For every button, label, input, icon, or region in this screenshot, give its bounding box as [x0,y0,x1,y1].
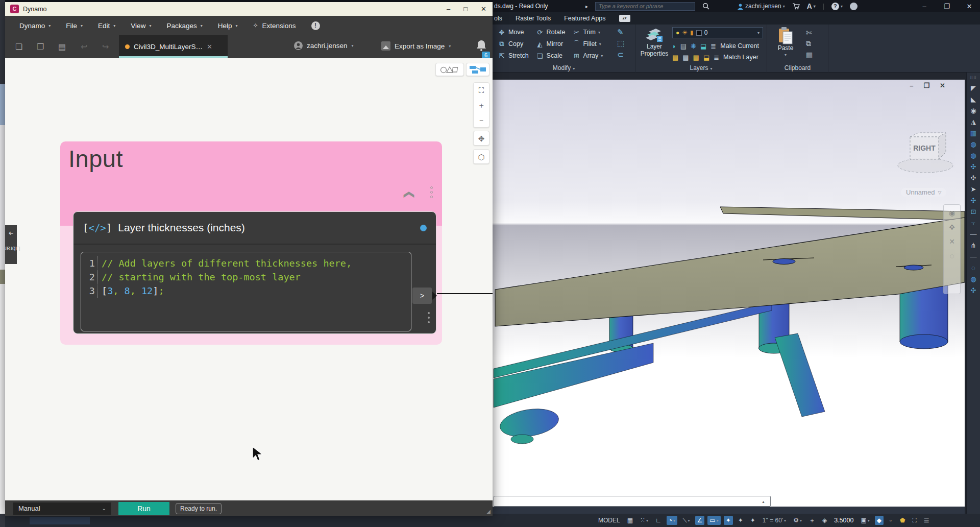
cut-icon[interactable]: ✄ [806,29,813,37]
tab-close-icon[interactable]: ✕ [207,43,212,51]
ribbon-tab-raster-tools[interactable]: Raster Tools [516,15,551,22]
annotation-monitor-icon[interactable]: ＋ [807,515,817,526]
palette-tool-icon[interactable]: ✣ [971,287,976,294]
group-context-menu-icon[interactable] [430,186,433,198]
grid-display-icon[interactable]: ▦ [625,516,635,525]
menu-packages[interactable]: Packages▾ [166,22,202,30]
code-block-node[interactable]: [</>] Layer thicknesses (inches) 1// Add… [73,211,436,334]
dynamic-input-icon[interactable]: ▭▾ [707,516,720,525]
resize-grip[interactable]: ◢ [486,509,491,514]
menu-extensions[interactable]: ✧ Extensions [253,22,296,30]
open-folder-icon[interactable]: ❐ [37,42,44,52]
node-output-port[interactable]: > [412,288,432,304]
explode-icon[interactable]: ⬚ [617,39,624,48]
health-dashboard-icon[interactable] [850,3,857,10]
snap-mode-icon[interactable]: ⁙▾ [638,516,650,525]
pan-button[interactable]: ✥ [473,131,489,146]
palette-tool-icon[interactable]: ⊡ [971,208,976,215]
nav-tool-icon[interactable]: ✥ [949,223,955,231]
drawing-viewport[interactable]: – ❐ ✕ RIGHT Unnamed▽ [493,80,965,514]
polar-tracking-icon[interactable]: ◔▾ [667,516,677,525]
palette-tool-icon[interactable]: ◣ [971,96,976,103]
orbit-button[interactable]: ⬡ [473,149,489,164]
palette-tool-icon[interactable]: ✣ [971,197,976,204]
notifications-alert-icon[interactable]: ! [311,21,320,30]
palette-tool-icon[interactable]: ✣ [971,163,976,170]
undo-icon[interactable]: ↩ [81,42,87,52]
signin-user[interactable]: zachri.jensen▾ [737,3,785,10]
expand-search-icon[interactable]: ▸ [585,4,588,9]
move-button[interactable]: ✥Move [498,27,529,37]
trim-button[interactable]: ✂Trim▾ [572,27,603,37]
run-button[interactable]: Run [118,502,169,515]
redo-icon[interactable]: ↪ [102,42,109,52]
elevation-value[interactable]: 3.5000 [832,516,855,525]
annotation-visibility-icon[interactable]: ✦ [724,516,733,525]
mirror-button[interactable]: ◭Mirror [536,39,566,49]
code-line[interactable]: 3[3, 8, 12]; [84,284,411,298]
nav-tool-icon[interactable]: ◉ [949,209,955,217]
acad-restore-button[interactable]: ❐ [939,3,954,10]
graphics-performance-icon[interactable]: ⬟ [898,516,907,525]
erase-icon[interactable]: ✎ [617,28,624,37]
layer-tool-icon[interactable]: ⬓ [703,54,709,61]
model-space-toggle[interactable]: MODEL [596,516,622,525]
help-icon[interactable]: ? ▾ [831,3,843,10]
layer-tool-icon[interactable]: ▤ [680,42,687,50]
code-line[interactable]: 2// starting with the top-most layer [84,270,411,284]
export-as-image-button[interactable]: Export as Image▾ [381,41,451,51]
node-context-menu-icon[interactable] [428,312,430,323]
group-collapse-chevron-icon[interactable]: ❯ [402,190,414,199]
geometry-view-toggle[interactable] [435,63,464,76]
palette-tool-icon[interactable]: ◮ [971,118,976,125]
paste-special-icon[interactable]: ▦ [806,51,813,59]
rotate-button[interactable]: ⟳Rotate [536,27,566,37]
menu-edit[interactable]: Edit▾ [98,22,115,30]
navigation-bar[interactable]: ◉✥✕◌ [943,204,961,294]
selection-cycling-icon[interactable]: ◆ [875,516,884,525]
palette-grip[interactable]: ⠿⠿ [970,76,977,80]
zoom-fit-button[interactable]: ⛶ [474,83,489,98]
make-current-button[interactable]: Make Current [720,42,759,50]
search-icon[interactable] [702,3,709,10]
quick-properties-icon[interactable]: ▣▾ [859,516,871,525]
layer-tool-icon[interactable]: ▤ [672,54,678,61]
dynamo-user-menu[interactable]: zachri.jensen▾ [294,41,354,50]
acad-minimize-button[interactable]: – [917,3,932,10]
command-line-bar[interactable]: ▲ [494,496,771,507]
palette-tool-icon[interactable]: ◍ [970,276,976,282]
layers-panel-label[interactable]: Layers▾ [635,64,767,71]
ribbon-tab-tools[interactable]: ols [494,15,502,22]
nav-tool-icon[interactable]: ✕ [949,237,955,246]
fillet-button[interactable]: ⌒Fillet▾ [572,39,603,49]
palette-tool-icon[interactable]: — [970,231,977,237]
menu-view[interactable]: View▾ [131,22,151,30]
workspace-tab[interactable]: Civil3D_MultiLayerS… ✕ [119,35,228,58]
ribbon-overflow-button[interactable]: ▴▾ [619,15,630,22]
ortho-mode-icon[interactable]: ∟ [653,516,664,525]
clean-screen-icon[interactable]: ⛶ [910,516,918,525]
zoom-out-button[interactable]: － [474,112,489,127]
ribbon-tab-featured-apps[interactable]: Featured Apps [564,15,605,22]
dynamo-titlebar[interactable]: C Dynamo – □ ✕ [5,2,493,16]
code-editor[interactable]: 1// Add layers of different thicknesses … [81,252,411,331]
node-group-input[interactable]: Input ❯ [</>] Layer thicknesses (inches)… [60,141,442,345]
notification-bell-icon[interactable] [476,39,487,52]
new-file-icon[interactable]: ❏ [15,42,22,52]
autoscale-icon[interactable]: ✦ [736,516,745,525]
connector-wire[interactable] [437,293,493,294]
palette-tool-icon[interactable]: ⫟ [971,220,975,226]
node-header[interactable]: [</>] Layer thicknesses (inches) [74,212,436,245]
palette-tool-icon[interactable]: ◍ [970,141,976,148]
layer-select[interactable]: ● ☀ ▮ 0 ▾ [672,27,763,38]
customization-icon[interactable]: ☰ [922,516,932,525]
copy-icon[interactable]: ⧉ [806,39,813,48]
palette-tool-icon[interactable]: ▦ [970,130,976,136]
modify-panel-label[interactable]: Modify▾ [493,64,635,71]
annotation-scale-value[interactable]: 1" = 60'▾ [761,516,788,525]
code-line[interactable]: 1// Add layers of different thicknesses … [84,256,411,270]
dynamo-close-button[interactable]: ✕ [481,5,486,13]
dynamo-minimize-button[interactable]: – [447,5,450,13]
offset-icon[interactable]: ⊂ [617,50,624,59]
menu-dynamo[interactable]: Dynamo▾ [19,22,51,30]
